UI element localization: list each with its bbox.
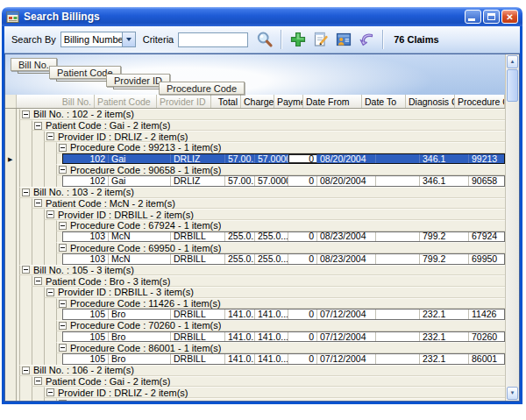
column-header-diagnosis-code[interactable]: Diagnosis Code (406, 95, 455, 108)
data-row[interactable]: 102GaiDRLIZ57.00...57.0000008/20/2004346… (62, 175, 505, 187)
collapse-minus-icon[interactable] (34, 277, 42, 285)
group-row[interactable]: Procedure Code : 99213 - 1 item(s) (56, 142, 505, 153)
column-header-date-to[interactable]: Date To (362, 95, 406, 108)
vertical-scrollbar[interactable]: ▲ ▼ (505, 54, 519, 401)
hierarchy-guide-line (44, 398, 45, 401)
collapse-minus-icon[interactable] (22, 266, 30, 274)
group-row[interactable]: Procedure Code : 90658 - 1 item(s) (56, 164, 505, 175)
collapse-minus-icon[interactable] (59, 144, 67, 152)
group-row[interactable] (56, 398, 505, 401)
cell-charges: 57.0000 (255, 176, 288, 186)
column-header-provider-id[interactable]: Provider ID (157, 95, 211, 108)
group-row[interactable]: Bill No. : 106 - 2 item(s) (19, 365, 505, 376)
hierarchy-guide-line (19, 298, 20, 310)
column-header-total[interactable]: Total (211, 95, 241, 108)
collapse-minus-icon[interactable] (22, 189, 30, 196)
group-row[interactable]: Bill No. : 102 - 2 item(s) (19, 109, 505, 120)
scroll-down-button[interactable]: ▼ (507, 387, 518, 400)
group-row-label: Procedure Code : 70260 - 1 item(s) (70, 320, 221, 331)
hierarchy-guide-line (19, 342, 20, 353)
collapse-minus-icon[interactable] (34, 199, 42, 207)
group-row[interactable]: Provider ID : DRLIZ - 2 item(s) (44, 131, 505, 142)
group-row[interactable]: Patient Code : Gai - 2 item(s) (32, 120, 505, 132)
column-header-date-from[interactable]: Date From (303, 95, 362, 108)
cell-provider-id: DRLIZ (171, 154, 225, 164)
data-row[interactable]: 105BroDRBILL141.0...141.0...007/12/20042… (62, 309, 505, 320)
cell-date-from: 08/23/2004 (317, 232, 376, 242)
scrollbar-thumb[interactable] (507, 69, 518, 102)
hierarchy-guide-line (44, 142, 45, 153)
cell-total: 57.00... (225, 176, 255, 186)
group-row-container: Bill No. : 103 - 2 item(s) (17, 187, 505, 198)
group-row[interactable]: Patient Code : McN - 2 item(s) (32, 198, 505, 210)
collapse-minus-icon[interactable] (34, 122, 42, 130)
data-row[interactable]: 105BroDRBILL141.0...141.0...007/12/20042… (62, 331, 505, 343)
cell-patient-code: Bro (109, 332, 171, 342)
maximize-button[interactable] (483, 10, 500, 24)
data-row[interactable]: 105BroDRBILL141.0...141.0...007/12/20042… (62, 353, 505, 365)
group-by-box-procedure-code[interactable]: Procedure Code (159, 82, 245, 95)
group-row[interactable]: Procedure Code : 86001 - 1 item(s) (56, 342, 505, 353)
group-by-connector (113, 87, 160, 89)
minimize-button[interactable] (465, 10, 481, 24)
hierarchy-guide-line (44, 253, 45, 265)
patient-record-icon[interactable] (335, 31, 352, 48)
close-button[interactable]: ✕ (501, 10, 518, 24)
edit-claim-icon[interactable] (312, 31, 330, 48)
collapse-minus-icon[interactable] (59, 300, 67, 308)
group-row[interactable]: Procedure Code : 70260 - 1 item(s) (56, 320, 505, 331)
data-row[interactable]: 103McNDRBILL255.0...255.0...008/23/20047… (62, 231, 505, 243)
column-header-charges[interactable]: Charges (241, 95, 274, 108)
group-by-connector (18, 71, 50, 74)
scroll-up-button[interactable]: ▲ (507, 55, 518, 68)
group-row[interactable]: Provider ID : DRLIZ - 2 item(s) (44, 387, 505, 398)
post-claim-icon[interactable] (358, 31, 375, 48)
group-row[interactable]: Bill No. : 105 - 3 item(s) (19, 265, 505, 276)
data-row-selected[interactable]: 102GaiDRLIZ57.00...57.0000008/20/2004346… (62, 153, 505, 165)
data-row[interactable]: 103McNDRBILL255.0...255.0...008/23/20047… (62, 253, 505, 265)
cell-total: 141.0... (225, 310, 255, 319)
collapse-minus-icon[interactable] (46, 288, 54, 296)
collapse-minus-icon[interactable] (59, 244, 67, 252)
dropdown-button[interactable] (122, 32, 135, 46)
group-row-container: Bill No. : 106 - 2 item(s) (17, 365, 505, 376)
column-header-patient-code[interactable]: Patient Code (95, 95, 157, 108)
group-row[interactable]: Procedure Code : 67924 - 1 item(s) (56, 220, 505, 231)
collapse-minus-icon[interactable] (22, 367, 30, 374)
group-row[interactable]: Provider ID : DRBILL - 3 item(s) (44, 287, 505, 298)
add-claim-icon[interactable] (289, 31, 307, 48)
column-header-bill-no-[interactable]: Bill No. (17, 95, 95, 108)
group-row[interactable]: Procedure Code : 69950 - 1 item(s) (56, 242, 505, 253)
collapse-minus-icon[interactable] (34, 377, 42, 385)
cell-charges: 141.0... (255, 354, 288, 364)
payments-cell-editor[interactable]: 0 (288, 154, 317, 164)
titlebar[interactable]: Search Billings ✕ (2, 7, 522, 26)
group-row[interactable]: Provider ID : DRBILL - 2 item(s) (44, 209, 505, 220)
cell-date-to (376, 254, 420, 264)
cell-bill-no-: 103 (63, 254, 109, 264)
collapse-minus-icon[interactable] (59, 344, 67, 352)
cell-diagnosis-code: 799.2 (420, 254, 469, 264)
collapse-minus-icon[interactable] (46, 210, 54, 218)
group-row-label: Patient Code : McN - 2 item(s) (46, 198, 175, 209)
collapse-minus-icon[interactable] (22, 110, 30, 118)
collapse-minus-icon[interactable] (59, 222, 67, 230)
hierarchy-guide-line (32, 142, 32, 153)
group-row[interactable]: Procedure Code : 11426 - 1 item(s) (56, 298, 505, 310)
criteria-input[interactable] (178, 32, 248, 47)
collapse-minus-icon[interactable] (59, 400, 67, 401)
collapse-minus-icon[interactable] (59, 322, 67, 330)
cell-procedure-code: 90658 (469, 176, 505, 186)
search-by-dropdown[interactable]: Billing Number (60, 32, 136, 47)
collapse-minus-icon[interactable] (46, 132, 54, 140)
collapse-minus-icon[interactable] (46, 388, 54, 396)
column-header-procedure-code[interactable]: Procedure Code (455, 95, 505, 108)
group-row[interactable]: Bill No. : 103 - 2 item(s) (19, 187, 505, 198)
collapse-minus-icon[interactable] (59, 166, 67, 174)
group-row[interactable]: Patient Code : Gai - 2 item(s) (32, 376, 505, 388)
column-header-payme-[interactable]: Payme... (274, 95, 303, 108)
search-icon[interactable] (256, 31, 274, 48)
hierarchy-guide-line (44, 320, 45, 331)
search-by-label: Search By (11, 34, 56, 45)
group-row[interactable]: Patient Code : Bro - 3 item(s) (32, 275, 505, 287)
